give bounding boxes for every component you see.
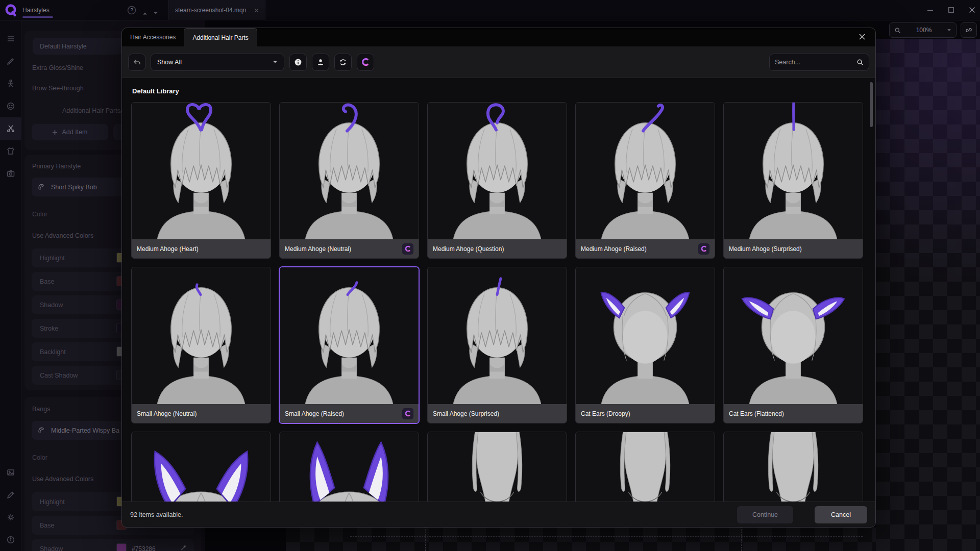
color-swatch[interactable] [116,543,127,551]
filter-dropdown[interactable]: Show All [151,54,284,71]
item-label-bar: Medium Ahoge (Raised) [576,239,715,258]
library-item-card[interactable] [131,432,271,503]
undo-icon [133,58,141,66]
body-pose-icon[interactable] [0,72,21,95]
maximize-button[interactable] [948,6,954,15]
link-zoom-button[interactable] [961,22,977,38]
library-item-card[interactable]: Cat Ears (Droopy) [575,267,715,423]
brand-badge-icon [402,243,413,255]
zoom-level: 100% [905,27,943,34]
zoom-control[interactable]: 100% [889,22,957,38]
item-label-bar: Medium Ahoge (Neutral) [280,239,419,258]
settings-gear-icon[interactable] [0,506,21,529]
chevron-up-icon[interactable] [142,8,148,12]
tab-additional-hair-parts[interactable]: Additional Hair Parts [184,28,257,46]
brush-icon[interactable] [0,50,21,72]
color-row-label: Stroke [40,325,58,332]
hair-scissors-icon[interactable] [0,117,21,140]
library-item-card[interactable]: Medium Ahoge (Neutral) [279,102,419,259]
scrollbar-thumb[interactable] [870,82,873,127]
panel-title-underline [22,16,53,18]
document-tab[interactable]: steam-screenshot-04.mqn [168,0,265,20]
item-thumbnail [280,432,419,503]
library-item-card[interactable] [575,432,715,503]
modal-close-icon[interactable] [858,33,867,42]
default-hairstyle-button[interactable]: Default Hairstyle [33,38,122,55]
info-filled-icon [294,58,302,66]
color-row-label: Cast Shadow [40,372,78,379]
item-label: Medium Ahoge (Question) [433,245,561,253]
brand-badge-icon [402,408,413,419]
color-row-label: Backlight [40,348,66,356]
camera-icon[interactable] [0,162,21,185]
search-input[interactable] [775,59,852,66]
library-item-card[interactable]: Medium Ahoge (Question) [427,102,567,259]
primary-hairstyle-header: Primary Hairstyle [32,163,81,170]
item-label-bar: Small Ahoge (Surprised) [428,404,567,423]
library-item-card[interactable]: Small Ahoge (Neutral) [131,267,271,423]
pen-icon[interactable] [0,484,21,506]
library-header: Default Library [132,87,875,95]
outfit-icon[interactable] [0,140,21,162]
library-item-card[interactable]: Medium Ahoge (Raised) [575,102,715,259]
continue-button[interactable]: Continue [737,506,793,523]
tab-hair-accessories[interactable]: Hair Accessories [122,28,184,46]
color-label: Color [32,454,47,461]
item-thumbnail [428,103,567,239]
link-icon [965,27,972,34]
add-item-button[interactable]: Add Item [32,124,108,140]
undo-button[interactable] [128,54,145,71]
color-row-label: Highlight [40,255,65,262]
library-item-card[interactable]: Cat Ears (Flattened) [723,267,863,423]
menu-icon[interactable] [0,28,21,50]
breadcrumb: Additional Hair Parts/ [62,107,122,114]
modal-tabs: Hair Accessories Additional Hair Parts [122,28,875,46]
item-label-bar: Small Ahoge (Raised) [280,404,419,423]
library-item-card[interactable] [723,432,863,503]
eyedropper-icon[interactable] [180,544,187,551]
item-label-bar: Cat Ears (Flattened) [724,404,863,423]
item-thumbnail [576,432,715,503]
purple-glow [876,39,980,551]
user-items-button[interactable] [312,54,329,71]
search-icon [856,59,864,66]
brand-logo-icon [361,58,370,66]
plus-icon [52,130,58,135]
tab-close-icon[interactable] [254,6,259,15]
color-row[interactable]: Shadow #753286 [32,539,194,551]
cancel-button[interactable]: Cancel [815,506,867,523]
titlebar: Hairstyles ? steam-screenshot-04.mqn [0,0,980,20]
document-tab-label: steam-screenshot-04.mqn [175,7,249,14]
modal-footer: 92 items available. Continue Cancel [122,502,875,527]
refresh-button[interactable] [334,54,352,71]
info-button[interactable] [289,54,307,71]
filter-value: Show All [157,59,273,66]
brand-library-button[interactable] [357,54,374,71]
extra-gloss-label: Extra Gloss/Shine [32,64,83,71]
help-icon[interactable]: ? [127,6,136,15]
tool-rail [0,20,21,551]
library-item-card[interactable]: Medium Ahoge (Surprised) [723,102,863,259]
person-icon [316,58,325,66]
close-window-button[interactable] [969,6,975,15]
hair-tuft-icon [37,426,46,435]
app-logo-icon [4,3,18,17]
scrollbar[interactable] [870,80,873,500]
image-icon[interactable] [0,461,21,484]
svg-text:?: ? [130,8,133,13]
library-item-card[interactable]: Small Ahoge (Raised) [279,267,419,423]
library-content: Default Library Medium Ahoge (Heart) Med… [122,78,875,503]
item-label-bar: Medium Ahoge (Question) [428,239,567,258]
chevron-down-icon[interactable] [153,8,159,12]
minimize-button[interactable] [927,6,933,15]
items-grid: Medium Ahoge (Heart) Medium Ahoge (Neutr… [131,102,866,503]
library-item-card[interactable] [279,432,419,503]
library-item-card[interactable] [427,432,567,503]
item-label: Small Ahoge (Raised) [285,410,398,417]
info-icon[interactable] [0,529,21,551]
library-item-card[interactable]: Medium Ahoge (Heart) [131,102,271,259]
face-expression-icon[interactable] [0,95,21,117]
color-label: Color [32,211,47,218]
library-item-card[interactable]: Small Ahoge (Surprised) [427,267,567,423]
item-label: Medium Ahoge (Neutral) [285,245,398,253]
